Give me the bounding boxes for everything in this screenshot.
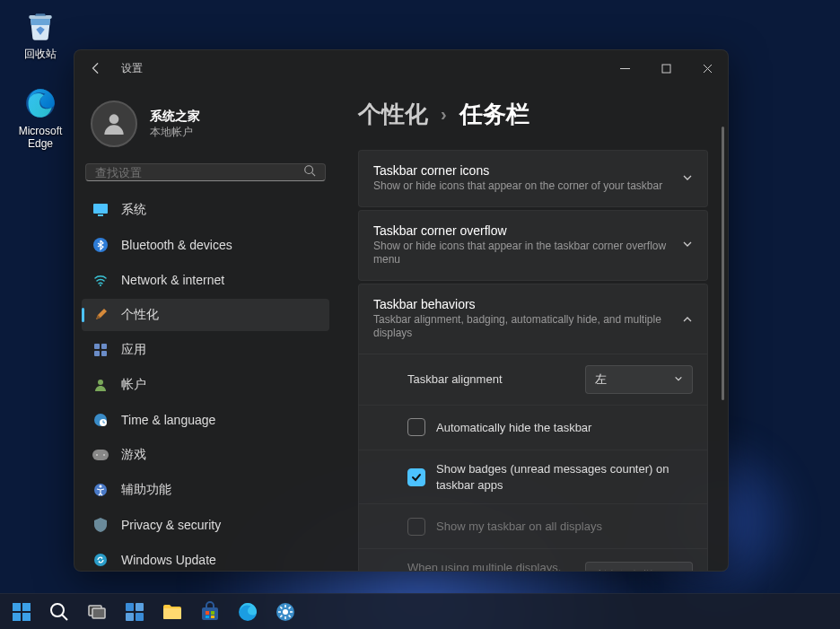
taskbar <box>0 593 840 629</box>
edge-icon <box>22 85 58 121</box>
svg-rect-30 <box>136 603 144 611</box>
breadcrumb: 个性化 › 任务栏 <box>358 99 728 130</box>
nav-accounts[interactable]: 帐户 <box>82 369 329 401</box>
breadcrumb-parent[interactable]: 个性化 <box>358 99 428 130</box>
user-block[interactable]: 系统之家 本地帐户 <box>78 92 333 163</box>
svg-rect-37 <box>206 616 209 618</box>
task-view-button[interactable] <box>79 595 115 629</box>
recycle-bin-icon <box>22 7 58 43</box>
section-title: Taskbar corner overflow <box>373 223 671 238</box>
all-displays-checkbox <box>407 518 425 536</box>
store-button[interactable] <box>192 595 228 629</box>
svg-rect-32 <box>136 613 144 621</box>
svg-rect-6 <box>98 214 103 216</box>
edge-taskbar-button[interactable] <box>230 595 266 629</box>
nav-update[interactable]: Windows Update <box>82 544 329 571</box>
section-corner-overflow: Taskbar corner overflow Show or hide ico… <box>358 210 708 281</box>
taskbar-search[interactable] <box>41 595 77 629</box>
badges-checkbox[interactable] <box>407 468 425 486</box>
apps-icon <box>92 342 109 358</box>
close-button[interactable] <box>687 50 728 86</box>
scrollbar[interactable] <box>722 127 724 400</box>
nav-network[interactable]: Network & internet <box>82 264 329 296</box>
svg-point-26 <box>51 604 64 616</box>
svg-rect-12 <box>101 351 107 356</box>
svg-rect-38 <box>211 616 214 618</box>
svg-rect-35 <box>206 611 209 615</box>
scroll-area[interactable]: Taskbar corner icons Show or hide icons … <box>358 150 728 571</box>
nav-label: Privacy & security <box>121 518 221 532</box>
nav-accessibility[interactable]: 辅助功能 <box>82 474 329 506</box>
bluetooth-icon <box>92 237 109 253</box>
nav-label: 游戏 <box>121 447 146 463</box>
svg-rect-33 <box>163 608 181 619</box>
svg-point-18 <box>103 454 105 456</box>
setting-auto-hide[interactable]: Automatically hide the taskbar <box>359 406 707 450</box>
svg-point-13 <box>98 380 103 385</box>
avatar <box>91 100 137 147</box>
setting-taskbar-alignment: Taskbar alignment 左 <box>359 354 707 406</box>
nav-gaming[interactable]: 游戏 <box>82 439 329 471</box>
update-icon <box>92 552 109 568</box>
file-explorer-button[interactable] <box>154 595 190 629</box>
minimize-button[interactable] <box>604 50 645 86</box>
setting-multi-display: When using multiple displays, show my 所有… <box>359 549 707 571</box>
section-title: Taskbar behaviors <box>373 297 671 311</box>
nav-bluetooth[interactable]: Bluetooth & devices <box>82 229 329 261</box>
auto-hide-checkbox[interactable] <box>407 418 425 436</box>
svg-rect-11 <box>94 351 100 356</box>
recycle-bin-label: 回收站 <box>9 47 72 62</box>
section-header-corner-overflow[interactable]: Taskbar corner overflow Show or hide ico… <box>359 211 707 280</box>
alignment-dropdown[interactable]: 左 <box>585 365 693 394</box>
globe-clock-icon <box>92 412 109 428</box>
section-header-behaviors[interactable]: Taskbar behaviors Taskbar alignment, bad… <box>359 284 707 354</box>
section-header-corner-icons[interactable]: Taskbar corner icons Show or hide icons … <box>359 151 707 206</box>
section-desc: Show or hide icons that appear on the co… <box>373 179 671 194</box>
system-icon <box>92 202 109 218</box>
search-input[interactable] <box>95 166 296 179</box>
section-corner-icons: Taskbar corner icons Show or hide icons … <box>358 150 708 207</box>
nav-label: Bluetooth & devices <box>121 238 232 252</box>
setting-show-badges[interactable]: Show badges (unread messages counter) on… <box>359 450 707 504</box>
badges-label: Show badges (unread messages counter) on… <box>436 461 693 493</box>
section-behaviors: Taskbar behaviors Taskbar alignment, bad… <box>358 284 708 571</box>
nav-apps[interactable]: 应用 <box>82 334 329 366</box>
breadcrumb-separator: › <box>441 104 447 125</box>
widgets-button[interactable] <box>117 595 153 629</box>
svg-rect-10 <box>101 344 107 349</box>
all-displays-label: Show my taskbar on all displays <box>436 519 693 535</box>
nav-personalization[interactable]: 个性化 <box>82 299 329 331</box>
nav-list: 系统 Bluetooth & devices Network & interne… <box>78 194 333 571</box>
maximize-button[interactable] <box>645 50 687 86</box>
user-account-type: 本地帐户 <box>150 125 200 140</box>
start-button[interactable] <box>4 595 39 629</box>
svg-rect-29 <box>126 603 134 611</box>
section-desc: Taskbar alignment, badging, automaticall… <box>373 313 671 341</box>
content-area: 个性化 › 任务栏 Taskbar corner icons Show or h… <box>337 86 728 571</box>
auto-hide-label: Automatically hide the taskbar <box>436 420 693 436</box>
window-title: 设置 <box>121 61 143 76</box>
breadcrumb-current: 任务栏 <box>459 99 529 130</box>
svg-point-21 <box>94 554 107 566</box>
svg-rect-2 <box>662 65 670 73</box>
svg-point-17 <box>96 454 98 456</box>
svg-point-4 <box>305 166 313 174</box>
multi-display-label: When using multiple displays, show my <box>407 560 574 571</box>
nav-privacy[interactable]: Privacy & security <box>82 509 329 541</box>
nav-label: Time & language <box>121 413 215 427</box>
svg-rect-34 <box>202 607 218 620</box>
nav-time[interactable]: Time & language <box>82 404 329 436</box>
svg-rect-24 <box>13 613 21 621</box>
alignment-label: Taskbar alignment <box>407 371 574 388</box>
search-box[interactable] <box>85 163 326 181</box>
back-button[interactable] <box>85 57 107 79</box>
svg-rect-31 <box>126 613 134 621</box>
chevron-down-icon <box>682 237 693 253</box>
desktop-icon-edge[interactable]: Microsoft Edge <box>9 85 72 150</box>
svg-point-20 <box>100 485 102 488</box>
settings-taskbar-button[interactable] <box>267 595 303 629</box>
settings-window: 设置 系统之家 本地帐户 <box>74 49 729 572</box>
nav-label: Windows Update <box>121 553 216 567</box>
nav-system[interactable]: 系统 <box>82 194 329 226</box>
desktop-icon-recycle-bin[interactable]: 回收站 <box>9 7 72 62</box>
